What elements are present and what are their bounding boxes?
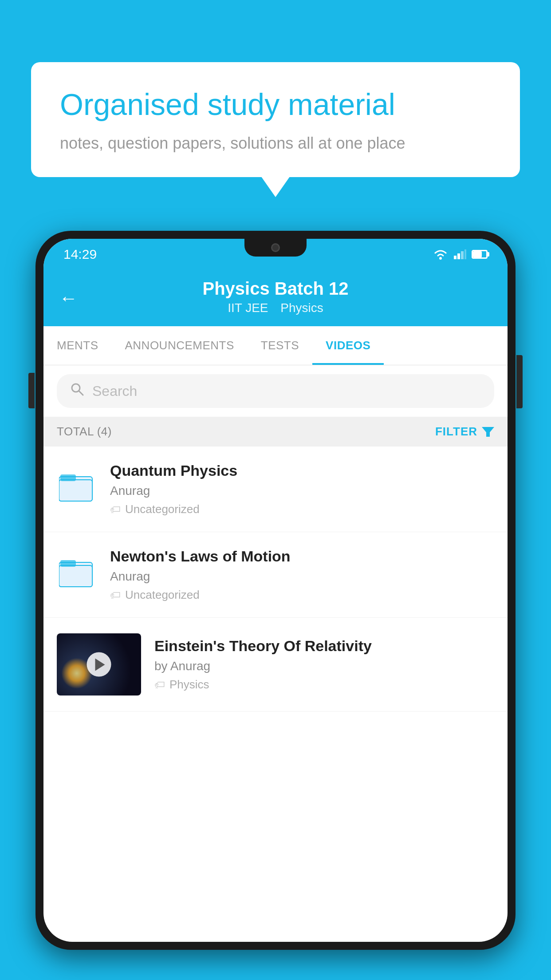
app-header: ← Physics Batch 12 IIT JEE Physics: [43, 270, 508, 326]
filter-button[interactable]: FILTER: [435, 425, 494, 439]
tag-icon: 🏷: [110, 589, 121, 601]
tag-icon: 🏷: [154, 679, 165, 691]
video-tag: 🏷 Uncategorized: [110, 588, 494, 602]
video-thumbnail: [57, 633, 141, 695]
search-icon: [70, 382, 84, 400]
tab-ments[interactable]: MENTS: [43, 326, 112, 365]
search-container: Search: [43, 365, 508, 417]
speech-bubble-title: Organised study material: [60, 87, 491, 123]
play-button[interactable]: [87, 652, 111, 677]
folder-icon: [59, 470, 94, 509]
notch: [244, 239, 307, 257]
tabs-bar: MENTS ANNOUNCEMENTS TESTS VIDEOS: [43, 326, 508, 365]
svg-point-0: [439, 257, 442, 260]
battery-icon: [472, 250, 488, 259]
tab-announcements[interactable]: ANNOUNCEMENTS: [112, 326, 248, 365]
svg-rect-4: [464, 249, 466, 259]
svg-rect-3: [461, 251, 464, 259]
svg-rect-2: [457, 253, 460, 259]
video-tag: 🏷 Physics: [154, 678, 494, 692]
list-item[interactable]: Einstein's Theory Of Relativity by Anura…: [43, 618, 508, 711]
video-tag: 🏷 Uncategorized: [110, 502, 494, 516]
svg-marker-7: [482, 427, 494, 437]
list-item[interactable]: Newton's Laws of Motion Anurag 🏷 Uncateg…: [43, 532, 508, 618]
folder-icon: [59, 556, 94, 594]
video-author: by Anurag: [154, 659, 494, 673]
app-title: Physics Batch 12: [61, 279, 490, 299]
tab-videos[interactable]: VIDEOS: [312, 326, 384, 365]
video-list: Quantum Physics Anurag 🏷 Uncategorized: [43, 447, 508, 711]
video-info: Newton's Laws of Motion Anurag 🏷 Uncateg…: [110, 548, 494, 602]
tab-tests[interactable]: TESTS: [248, 326, 312, 365]
video-title: Newton's Laws of Motion: [110, 548, 494, 565]
folder-icon-container: [57, 555, 97, 595]
speech-bubble-section: Organised study material notes, question…: [31, 62, 520, 177]
search-bar[interactable]: Search: [57, 374, 494, 408]
svg-rect-12: [59, 565, 92, 587]
filter-bar: TOTAL (4) FILTER: [43, 417, 508, 447]
speech-bubble: Organised study material notes, question…: [31, 62, 520, 177]
app-subtitle: IIT JEE Physics: [61, 301, 490, 315]
list-item[interactable]: Quantum Physics Anurag 🏷 Uncategorized: [43, 447, 508, 532]
video-author: Anurag: [110, 569, 494, 584]
speech-bubble-subtitle: notes, question papers, solutions all at…: [60, 134, 491, 153]
subtitle-physics: Physics: [280, 301, 323, 315]
camera-dot: [271, 243, 280, 252]
signal-icon: [454, 249, 466, 259]
phone-wrapper: 14:29: [35, 231, 516, 980]
total-count: TOTAL (4): [57, 425, 112, 439]
svg-rect-13: [60, 560, 76, 567]
wifi-icon: [433, 249, 449, 260]
filter-icon: [482, 427, 494, 437]
search-placeholder: Search: [92, 383, 137, 399]
video-title: Einstein's Theory Of Relativity: [154, 637, 494, 655]
video-author: Anurag: [110, 484, 494, 498]
tag-icon: 🏷: [110, 503, 121, 516]
status-icons: [433, 249, 488, 260]
folder-icon-container: [57, 469, 97, 509]
status-time: 14:29: [63, 247, 97, 262]
phone-outer: 14:29: [35, 231, 516, 950]
play-triangle-icon: [95, 658, 105, 671]
video-title: Quantum Physics: [110, 462, 494, 479]
status-bar: 14:29: [43, 239, 508, 270]
svg-rect-1: [454, 256, 457, 259]
video-info: Einstein's Theory Of Relativity by Anura…: [154, 637, 494, 692]
subtitle-iit: IIT JEE: [228, 301, 268, 315]
phone-inner: 14:29: [43, 239, 508, 942]
back-button[interactable]: ←: [59, 288, 78, 309]
svg-rect-9: [59, 480, 92, 501]
video-info: Quantum Physics Anurag 🏷 Uncategorized: [110, 462, 494, 516]
svg-line-6: [79, 391, 83, 395]
svg-rect-10: [60, 474, 76, 481]
